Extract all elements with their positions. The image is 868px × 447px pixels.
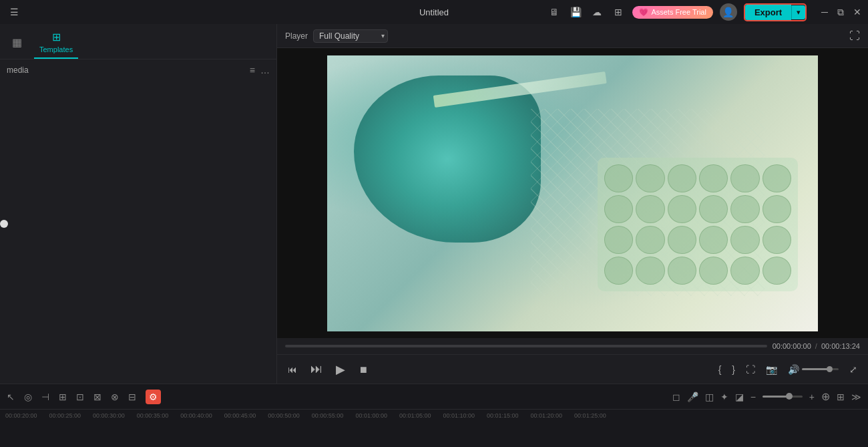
- screen-tool[interactable]: ◪: [735, 392, 744, 402]
- save-icon[interactable]: 💾: [568, 5, 583, 19]
- zoom-thumb[interactable]: [786, 393, 793, 400]
- templates-tab-label: Templates: [39, 45, 73, 53]
- sticker-tool[interactable]: ◻: [672, 392, 680, 402]
- volume-track[interactable]: [802, 368, 839, 370]
- tray-cell: [699, 164, 728, 192]
- tray-cell: [668, 164, 696, 192]
- zoom-slider[interactable]: [763, 396, 803, 398]
- tray-cell: [668, 257, 696, 285]
- transform-tool[interactable]: ⊠: [93, 392, 101, 402]
- zoom-minus-icon[interactable]: −: [750, 392, 756, 402]
- ruler-mark-2: 00:00:30:00: [93, 412, 125, 419]
- timeline-thumb[interactable]: [0, 220, 8, 228]
- timeline-tools: ↖ ◎ ⊣ ⊞ ⊡ ⊠ ⊗ ⊟ ⚙ ◻ 🎤 ◫ ✦ ◪ − + ⊕ ⊞ ≫: [0, 384, 868, 410]
- sidebar-tab-media[interactable]: ▦: [7, 33, 27, 54]
- lab-tray: [598, 158, 798, 291]
- sidebar-media-title: media: [7, 65, 29, 75]
- timeline-content: [0, 422, 868, 447]
- ruler-mark-9: 00:01:05:00: [399, 412, 431, 419]
- grid-view-icon[interactable]: ⊞: [837, 392, 845, 402]
- sidebar-actions: ≡ …: [250, 65, 270, 76]
- player-label: Player: [285, 31, 308, 41]
- volume-icon[interactable]: 🔊: [788, 364, 799, 375]
- effect-tool[interactable]: ⊗: [111, 392, 119, 402]
- export-button[interactable]: Export: [745, 5, 791, 20]
- mic-tool[interactable]: 🎤: [687, 392, 698, 402]
- timeline-track[interactable]: [285, 345, 767, 347]
- quality-select[interactable]: Full Quality Half Quality Quarter Qualit…: [313, 29, 388, 43]
- assets-free-trial-button[interactable]: 💗 Assets Free Trial: [632, 6, 713, 19]
- motion-tool[interactable]: ⊡: [76, 392, 84, 402]
- volume-thumb[interactable]: [827, 366, 833, 372]
- main-area: ▦ ⊞ Templates media ≡ … Player: [0, 24, 868, 384]
- player-toolbar: Player Full Quality Half Quality Quarter…: [277, 24, 868, 48]
- ruler-marks: 00:00:20:00 00:00:25:00 00:00:30:00 00:0…: [5, 412, 863, 419]
- assets-label: Assets Free Trial: [651, 8, 706, 16]
- audio-tool[interactable]: ⊞: [59, 392, 67, 402]
- ruler-mark-4: 00:00:40:00: [180, 412, 212, 419]
- time-display: 00:00:00:00 / 00:00:13:24: [773, 342, 860, 350]
- export-dropdown-button[interactable]: ▾: [791, 5, 805, 19]
- bracket-out-icon[interactable]: }: [732, 364, 735, 375]
- stop-icon[interactable]: ⏹: [359, 364, 368, 375]
- more-tools-icon[interactable]: ≫: [851, 392, 861, 402]
- ai-tool[interactable]: ✦: [720, 392, 728, 402]
- cursor-tool[interactable]: ↖: [7, 392, 15, 402]
- bracket-in-icon[interactable]: {: [718, 364, 722, 375]
- media-tab-icon: ▦: [12, 36, 22, 49]
- crop-icon[interactable]: ⤢: [849, 364, 857, 375]
- tray-cell: [604, 195, 633, 223]
- player-toolbar-left: Player Full Quality Half Quality Quarter…: [285, 29, 388, 43]
- tray-cell: [763, 257, 791, 285]
- player-toolbar-right: ⛶: [849, 30, 860, 42]
- subtitle-tool[interactable]: ⊟: [128, 392, 136, 402]
- minimize-button[interactable]: ─: [821, 7, 828, 17]
- tray-grid: [604, 164, 791, 285]
- maximize-button[interactable]: ⧉: [837, 7, 844, 18]
- sidebar: ▦ ⊞ Templates media ≡ …: [0, 24, 277, 384]
- avatar-icon[interactable]: 👤: [720, 3, 737, 21]
- ruler-mark-8: 00:01:00:00: [355, 412, 387, 419]
- tray-cell: [668, 195, 696, 223]
- expand-player-icon[interactable]: ⛶: [849, 30, 860, 42]
- cloud-icon[interactable]: ☁: [590, 5, 604, 19]
- player-area: Player Full Quality Half Quality Quarter…: [277, 24, 868, 384]
- tray-cell: [636, 195, 664, 223]
- tray-cell: [636, 164, 664, 192]
- tray-cell: [763, 164, 791, 192]
- sidebar-tabs: ▦ ⊞ Templates: [0, 24, 276, 59]
- templates-tab-icon: ⊞: [52, 31, 61, 43]
- more-actions-icon[interactable]: …: [260, 65, 270, 76]
- tray-cell: [730, 164, 759, 192]
- ruler-mark-3: 00:00:35:00: [137, 412, 169, 419]
- tray-cell: [730, 226, 759, 254]
- zoom-plus-icon[interactable]: +: [809, 392, 815, 402]
- sidebar-tab-templates[interactable]: ⊞ Templates: [34, 28, 78, 59]
- step-back-icon[interactable]: ⏮: [288, 364, 297, 375]
- caption-tool[interactable]: ◫: [705, 392, 714, 402]
- menu-icon[interactable]: ☰: [7, 5, 21, 19]
- fullscreen-icon[interactable]: ⛶: [746, 364, 755, 375]
- sidebar-content: media ≡ …: [0, 59, 276, 384]
- screenshot-icon[interactable]: 📷: [766, 364, 777, 375]
- speed-tool[interactable]: ⚙: [146, 390, 161, 404]
- split-tool[interactable]: ⊣: [41, 392, 49, 402]
- ripple-tool[interactable]: ◎: [24, 392, 32, 402]
- controls-right: { } ⛶ 📷 🔊 ⤢: [718, 364, 857, 375]
- ruler-mark-1: 00:00:25:00: [49, 412, 81, 419]
- tray-cell: [604, 226, 633, 254]
- filter-icon[interactable]: ≡: [250, 65, 255, 76]
- quality-wrapper: Full Quality Half Quality Quarter Qualit…: [313, 29, 388, 43]
- add-track-icon[interactable]: ⊕: [821, 390, 830, 403]
- controls-left: ⏮ ⏭ ▶ ⏹: [288, 362, 368, 377]
- step-forward-icon[interactable]: ⏭: [310, 362, 322, 376]
- play-icon[interactable]: ▶: [336, 362, 345, 377]
- titlebar-left: ☰: [7, 5, 21, 19]
- monitor-icon[interactable]: 🖥: [547, 5, 562, 19]
- ruler-mark-6: 00:00:50:00: [268, 412, 300, 419]
- close-button[interactable]: ✕: [853, 7, 861, 17]
- ruler-mark-10: 00:01:10:00: [443, 412, 475, 419]
- sidebar-header: media ≡ …: [7, 65, 270, 76]
- grid-icon[interactable]: ⊞: [611, 5, 626, 19]
- ruler-mark-7: 00:00:55:00: [312, 412, 344, 419]
